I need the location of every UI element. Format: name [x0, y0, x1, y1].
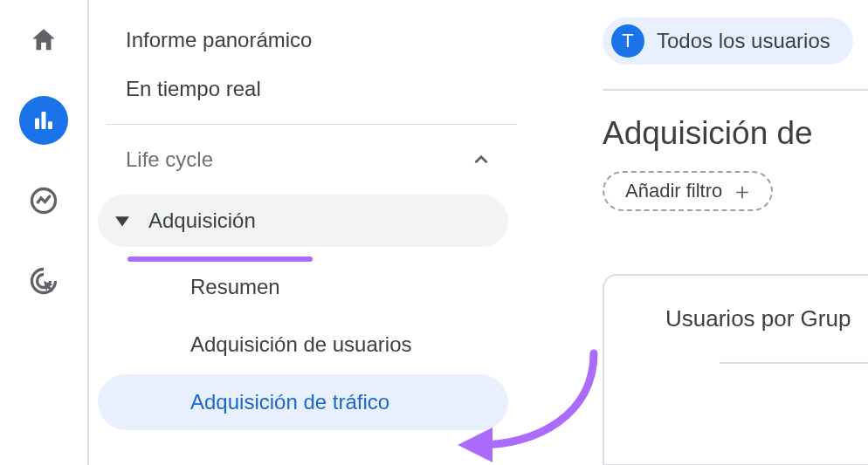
audience-chip[interactable]: T Todos los usuarios — [603, 17, 853, 65]
chart-card: Usuarios por Grup — [603, 274, 868, 465]
section-label: Life cycle — [126, 147, 213, 172]
sidebar-divider — [107, 124, 517, 125]
nav-overview-report[interactable]: Informe panorámico — [89, 16, 517, 65]
svg-marker-5 — [458, 427, 493, 462]
home-icon — [29, 25, 59, 55]
annotation-underline — [127, 256, 313, 262]
audience-badge: T — [611, 24, 644, 58]
svg-rect-2 — [48, 121, 52, 129]
acquisition-sub-items: Resumen Adquisición de usuarios Adquisic… — [89, 252, 517, 430]
rail-home[interactable] — [19, 16, 68, 65]
bar-chart-icon — [31, 107, 57, 133]
group-label: Adquisición — [148, 209, 256, 233]
sidebar-top-links: Informe panorámico En tiempo real — [89, 16, 517, 120]
sub-item-user-acquisition[interactable]: Adquisición de usuarios — [98, 317, 508, 373]
target-click-icon — [28, 265, 59, 297]
reports-sidebar: Informe panorámico En tiempo real Life c… — [89, 0, 517, 432]
main-divider — [603, 89, 868, 91]
svg-marker-4 — [115, 216, 129, 226]
triangle-down-icon — [115, 214, 129, 228]
chart-card-title: Usuarios por Grup — [665, 305, 868, 332]
audience-label: Todos los usuarios — [657, 29, 830, 53]
section-life-cycle[interactable]: Life cycle — [89, 128, 517, 191]
chevron-up-icon — [470, 148, 493, 171]
main-area: T Todos los usuarios Adquisición de Añad… — [603, 17, 868, 211]
add-filter-label: Añadir filtro — [625, 180, 722, 202]
chart-grid-line — [720, 362, 868, 364]
add-filter-button[interactable]: Añadir filtro ＋ — [603, 171, 773, 211]
plus-icon: ＋ — [731, 180, 754, 202]
rail-explore[interactable] — [19, 176, 68, 225]
group-acquisition[interactable]: Adquisición — [98, 195, 508, 247]
page-title: Adquisición de — [603, 115, 868, 152]
trend-circle-icon — [28, 185, 59, 216]
svg-rect-1 — [42, 112, 46, 129]
icon-rail — [0, 0, 87, 465]
svg-rect-0 — [35, 119, 39, 130]
rail-reports[interactable] — [19, 96, 68, 145]
sub-item-summary[interactable]: Resumen — [98, 259, 508, 315]
sub-item-traffic-acquisition[interactable]: Adquisición de tráfico — [98, 374, 508, 430]
rail-advertising[interactable] — [19, 256, 68, 305]
nav-realtime[interactable]: En tiempo real — [89, 65, 517, 113]
